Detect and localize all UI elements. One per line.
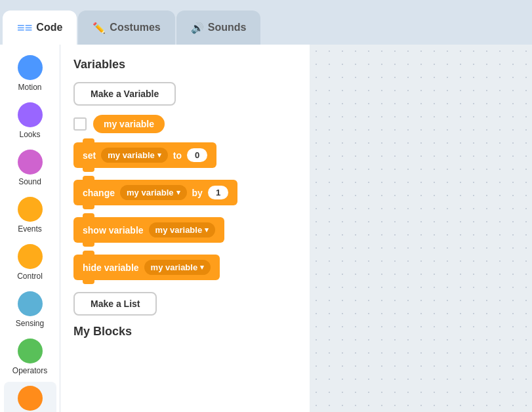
sidebar-item-events[interactable]: Events [4, 193, 56, 237]
variables-title: Variables [73, 58, 297, 72]
sidebar-item-sound[interactable]: Sound [4, 146, 56, 190]
sidebar-label-operators: Operators [12, 366, 47, 375]
sounds-icon: 🔊 [191, 22, 204, 34]
top-tab-bar: ≡≡ Code ✏️ Costumes 🔊 Sounds [0, 0, 532, 45]
change-value[interactable]: 1 [208, 186, 228, 199]
variable-checkbox-row: my variable [73, 115, 297, 133]
sidebar-label-looks: Looks [19, 130, 40, 139]
to-label: to [173, 150, 182, 161]
sidebar-label-motion: Motion [18, 83, 41, 92]
sensing-dot [18, 291, 43, 316]
change-variable-block[interactable]: change my variable by 1 [73, 180, 237, 205]
sidebar-label-sound: Sound [18, 177, 41, 186]
set-label: set [83, 150, 96, 161]
looks-dot [18, 102, 43, 127]
sidebar-item-motion[interactable]: Motion [4, 51, 56, 96]
by-label: by [192, 188, 203, 198]
set-variable-block[interactable]: set my variable to 0 [73, 142, 216, 168]
my-blocks-title: My Blocks [73, 325, 297, 339]
sidebar-item-control[interactable]: Control [4, 240, 56, 285]
show-variable-dropdown[interactable]: my variable [149, 222, 216, 237]
tab-sounds-label: Sounds [208, 22, 247, 33]
code-workspace[interactable] [310, 45, 533, 412]
tab-costumes-label: Costumes [110, 22, 160, 33]
main-layout: Motion Looks Sound Events Control Sensin… [0, 45, 532, 412]
my-variable-checkbox[interactable] [73, 117, 87, 131]
sidebar: Motion Looks Sound Events Control Sensin… [0, 45, 60, 412]
change-label: change [83, 188, 115, 198]
show-variable-block[interactable]: show variable my variable [73, 217, 224, 243]
tab-code[interactable]: ≡≡ Code [3, 10, 77, 45]
sidebar-item-variables[interactable]: Variables [4, 382, 56, 412]
variables-dot [18, 386, 43, 411]
costumes-icon: ✏️ [92, 22, 106, 34]
change-variable-dropdown[interactable]: my variable [120, 185, 187, 200]
sidebar-label-control: Control [17, 272, 43, 281]
motion-dot [18, 55, 43, 80]
tab-costumes[interactable]: ✏️ Costumes [78, 10, 174, 45]
set-variable-dropdown[interactable]: my variable [101, 148, 168, 163]
make-list-button[interactable]: Make a List [73, 292, 157, 316]
hide-variable-label: hide variable [83, 262, 139, 273]
hide-variable-dropdown[interactable]: my variable [144, 260, 211, 275]
hide-variable-block[interactable]: hide variable my variable [73, 255, 220, 280]
variables-panel: Variables Make a Variable my variable se… [60, 45, 310, 412]
my-variable-pill[interactable]: my variable [93, 115, 165, 133]
control-dot [18, 244, 43, 269]
tab-code-label: Code [36, 22, 62, 33]
sidebar-label-sensing: Sensing [16, 319, 44, 328]
code-icon: ≡≡ [17, 20, 32, 35]
tab-sounds[interactable]: 🔊 Sounds [176, 10, 261, 45]
sidebar-item-looks[interactable]: Looks [4, 98, 56, 143]
sidebar-item-sensing[interactable]: Sensing [4, 287, 56, 332]
sound-dot [18, 150, 43, 175]
make-variable-button[interactable]: Make a Variable [73, 82, 176, 106]
set-value[interactable]: 0 [187, 148, 207, 162]
my-blocks-section: My Blocks [73, 325, 297, 339]
sidebar-item-operators[interactable]: Operators [4, 335, 56, 379]
sidebar-label-events: Events [18, 224, 42, 234]
show-variable-label: show variable [83, 225, 144, 236]
operators-dot [18, 339, 43, 363]
events-dot [18, 197, 43, 222]
